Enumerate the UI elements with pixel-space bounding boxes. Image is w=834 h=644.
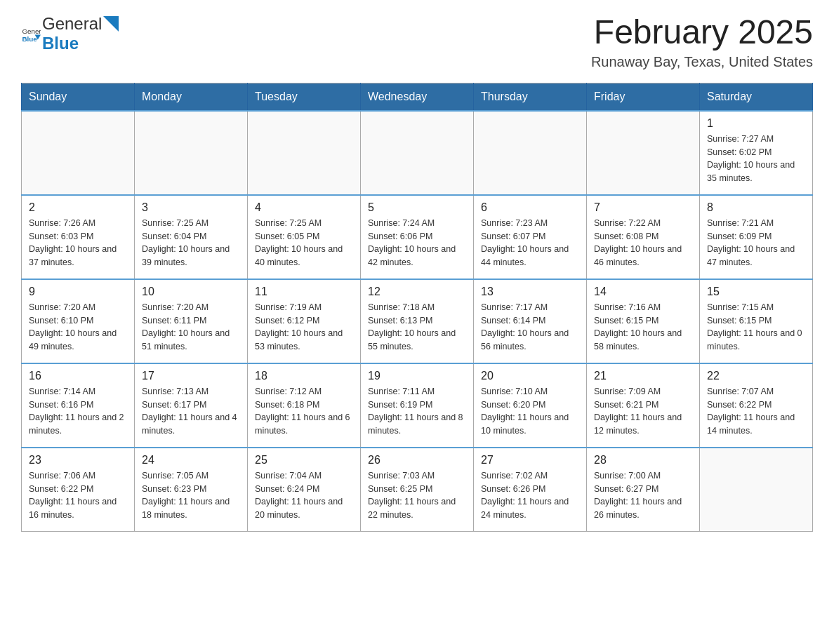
day-info: Sunrise: 7:06 AMSunset: 6:22 PMDaylight:… xyxy=(29,469,127,522)
calendar-cell: 20Sunrise: 7:10 AMSunset: 6:20 PMDayligh… xyxy=(474,363,587,448)
calendar-week-row: 23Sunrise: 7:06 AMSunset: 6:22 PMDayligh… xyxy=(22,448,813,532)
calendar-cell: 28Sunrise: 7:00 AMSunset: 6:27 PMDayligh… xyxy=(587,448,700,532)
col-header-thursday: Thursday xyxy=(474,83,587,111)
calendar-cell: 7Sunrise: 7:22 AMSunset: 6:08 PMDaylight… xyxy=(587,195,700,279)
svg-text:General: General xyxy=(22,27,41,35)
day-number: 21 xyxy=(594,370,692,382)
col-header-saturday: Saturday xyxy=(700,83,813,111)
calendar-cell: 23Sunrise: 7:06 AMSunset: 6:22 PMDayligh… xyxy=(22,448,135,532)
calendar-week-row: 16Sunrise: 7:14 AMSunset: 6:16 PMDayligh… xyxy=(22,363,813,448)
calendar-cell xyxy=(361,111,474,195)
generalblue-logo-icon: General Blue xyxy=(21,24,41,43)
day-number: 1 xyxy=(707,117,805,130)
calendar-cell: 8Sunrise: 7:21 AMSunset: 6:09 PMDaylight… xyxy=(700,195,813,279)
calendar-cell: 13Sunrise: 7:17 AMSunset: 6:14 PMDayligh… xyxy=(474,279,587,363)
day-number: 28 xyxy=(594,454,692,467)
day-info: Sunrise: 7:27 AMSunset: 6:02 PMDaylight:… xyxy=(707,133,805,185)
col-header-wednesday: Wednesday xyxy=(361,83,474,111)
calendar-cell: 2Sunrise: 7:26 AMSunset: 6:03 PMDaylight… xyxy=(22,195,135,279)
day-number: 8 xyxy=(707,201,805,214)
logo-general-text: General xyxy=(42,14,102,34)
day-info: Sunrise: 7:17 AMSunset: 6:14 PMDaylight:… xyxy=(481,301,579,354)
day-number: 3 xyxy=(142,201,240,214)
day-number: 12 xyxy=(368,286,466,298)
day-number: 22 xyxy=(707,370,805,382)
day-number: 6 xyxy=(481,201,579,214)
svg-text:Blue: Blue xyxy=(22,35,37,43)
calendar-header-row: SundayMondayTuesdayWednesdayThursdayFrid… xyxy=(22,83,813,111)
day-number: 9 xyxy=(29,286,127,298)
day-number: 27 xyxy=(481,454,579,467)
title-block: February 2025 Runaway Bay, Texas, United… xyxy=(591,14,813,70)
day-number: 2 xyxy=(29,201,127,214)
day-info: Sunrise: 7:19 AMSunset: 6:12 PMDaylight:… xyxy=(255,301,353,354)
calendar-cell: 11Sunrise: 7:19 AMSunset: 6:12 PMDayligh… xyxy=(248,279,361,363)
day-info: Sunrise: 7:24 AMSunset: 6:06 PMDaylight:… xyxy=(368,217,466,269)
calendar-cell: 25Sunrise: 7:04 AMSunset: 6:24 PMDayligh… xyxy=(248,448,361,532)
logo-wordmark: General Blue xyxy=(42,14,119,53)
month-title: February 2025 xyxy=(591,14,813,51)
day-number: 23 xyxy=(29,454,127,467)
calendar-cell: 3Sunrise: 7:25 AMSunset: 6:04 PMDaylight… xyxy=(135,195,248,279)
day-info: Sunrise: 7:04 AMSunset: 6:24 PMDaylight:… xyxy=(255,469,353,522)
day-number: 15 xyxy=(707,286,805,298)
day-number: 16 xyxy=(29,370,127,382)
calendar-cell xyxy=(587,111,700,195)
calendar-cell: 14Sunrise: 7:16 AMSunset: 6:15 PMDayligh… xyxy=(587,279,700,363)
calendar-cell xyxy=(248,111,361,195)
day-number: 18 xyxy=(255,370,353,382)
day-number: 5 xyxy=(368,201,466,214)
day-info: Sunrise: 7:03 AMSunset: 6:25 PMDaylight:… xyxy=(368,469,466,522)
logo: General Blue General Blue xyxy=(21,14,119,53)
day-info: Sunrise: 7:25 AMSunset: 6:05 PMDaylight:… xyxy=(255,217,353,269)
calendar-cell: 18Sunrise: 7:12 AMSunset: 6:18 PMDayligh… xyxy=(248,363,361,448)
day-info: Sunrise: 7:23 AMSunset: 6:07 PMDaylight:… xyxy=(481,217,579,269)
day-info: Sunrise: 7:00 AMSunset: 6:27 PMDaylight:… xyxy=(594,469,692,522)
calendar-week-row: 2Sunrise: 7:26 AMSunset: 6:03 PMDaylight… xyxy=(22,195,813,279)
day-number: 26 xyxy=(368,454,466,467)
day-info: Sunrise: 7:22 AMSunset: 6:08 PMDaylight:… xyxy=(594,217,692,269)
calendar-cell: 9Sunrise: 7:20 AMSunset: 6:10 PMDaylight… xyxy=(22,279,135,363)
day-number: 17 xyxy=(142,370,240,382)
day-info: Sunrise: 7:07 AMSunset: 6:22 PMDaylight:… xyxy=(707,385,805,438)
calendar-cell xyxy=(22,111,135,195)
calendar-cell: 12Sunrise: 7:18 AMSunset: 6:13 PMDayligh… xyxy=(361,279,474,363)
day-info: Sunrise: 7:16 AMSunset: 6:15 PMDaylight:… xyxy=(594,301,692,354)
day-info: Sunrise: 7:18 AMSunset: 6:13 PMDaylight:… xyxy=(368,301,466,354)
logo-blue-text: Blue xyxy=(42,34,79,53)
day-info: Sunrise: 7:12 AMSunset: 6:18 PMDaylight:… xyxy=(255,385,353,438)
day-info: Sunrise: 7:20 AMSunset: 6:10 PMDaylight:… xyxy=(29,301,127,354)
day-info: Sunrise: 7:10 AMSunset: 6:20 PMDaylight:… xyxy=(481,385,579,438)
calendar-cell: 26Sunrise: 7:03 AMSunset: 6:25 PMDayligh… xyxy=(361,448,474,532)
calendar-cell: 24Sunrise: 7:05 AMSunset: 6:23 PMDayligh… xyxy=(135,448,248,532)
day-number: 10 xyxy=(142,286,240,298)
day-number: 19 xyxy=(368,370,466,382)
col-header-tuesday: Tuesday xyxy=(248,83,361,111)
calendar-table: SundayMondayTuesdayWednesdayThursdayFrid… xyxy=(21,83,813,532)
day-info: Sunrise: 7:11 AMSunset: 6:19 PMDaylight:… xyxy=(368,385,466,438)
day-info: Sunrise: 7:13 AMSunset: 6:17 PMDaylight:… xyxy=(142,385,240,438)
col-header-sunday: Sunday xyxy=(22,83,135,111)
day-number: 20 xyxy=(481,370,579,382)
day-info: Sunrise: 7:20 AMSunset: 6:11 PMDaylight:… xyxy=(142,301,240,354)
day-info: Sunrise: 7:25 AMSunset: 6:04 PMDaylight:… xyxy=(142,217,240,269)
day-number: 11 xyxy=(255,286,353,298)
day-info: Sunrise: 7:02 AMSunset: 6:26 PMDaylight:… xyxy=(481,469,579,522)
calendar-cell: 6Sunrise: 7:23 AMSunset: 6:07 PMDaylight… xyxy=(474,195,587,279)
calendar-cell: 5Sunrise: 7:24 AMSunset: 6:06 PMDaylight… xyxy=(361,195,474,279)
day-number: 7 xyxy=(594,201,692,214)
calendar-cell: 22Sunrise: 7:07 AMSunset: 6:22 PMDayligh… xyxy=(700,363,813,448)
svg-marker-3 xyxy=(103,16,119,32)
day-info: Sunrise: 7:21 AMSunset: 6:09 PMDaylight:… xyxy=(707,217,805,269)
calendar-cell xyxy=(700,448,813,532)
calendar-cell: 27Sunrise: 7:02 AMSunset: 6:26 PMDayligh… xyxy=(474,448,587,532)
day-info: Sunrise: 7:09 AMSunset: 6:21 PMDaylight:… xyxy=(594,385,692,438)
calendar-cell: 16Sunrise: 7:14 AMSunset: 6:16 PMDayligh… xyxy=(22,363,135,448)
calendar-cell xyxy=(135,111,248,195)
day-number: 25 xyxy=(255,454,353,467)
day-number: 13 xyxy=(481,286,579,298)
day-info: Sunrise: 7:15 AMSunset: 6:15 PMDaylight:… xyxy=(707,301,805,354)
day-info: Sunrise: 7:14 AMSunset: 6:16 PMDaylight:… xyxy=(29,385,127,438)
calendar-cell: 15Sunrise: 7:15 AMSunset: 6:15 PMDayligh… xyxy=(700,279,813,363)
calendar-cell xyxy=(474,111,587,195)
